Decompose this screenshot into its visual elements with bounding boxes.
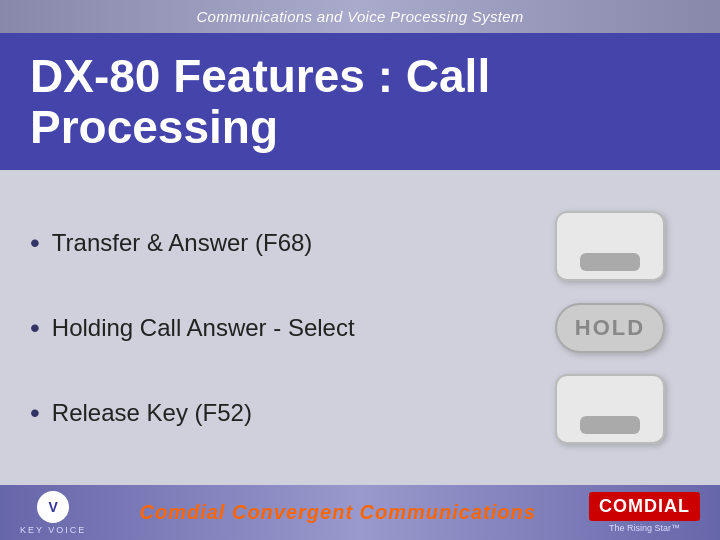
- bullet-text-1: Transfer & Answer (F68): [52, 229, 313, 257]
- hold-button-label: HOLD: [575, 315, 645, 341]
- bullet-text-2: Holding Call Answer - Select: [52, 314, 355, 342]
- phone-button-top: [555, 211, 665, 281]
- footer-center-text: Comdial Convergent Communications: [139, 501, 535, 523]
- bullet-item-1: • Transfer & Answer (F68): [30, 227, 530, 259]
- key-voice-icon: V: [37, 491, 69, 523]
- bullet-dot-3: •: [30, 397, 40, 429]
- comdial-logo-text: COMDIAL: [599, 496, 690, 516]
- bullet-item-3: • Release Key (F52): [30, 397, 530, 429]
- comdial-logo-box: COMDIAL: [589, 492, 700, 521]
- footer-right: COMDIAL The Rising Star™: [589, 492, 700, 533]
- footer-center: Comdial Convergent Communications: [139, 501, 535, 524]
- phone-button-tab-bottom: [580, 416, 640, 434]
- rising-star-text: The Rising Star™: [609, 523, 680, 533]
- header-title: Communications and Voice Processing Syst…: [196, 8, 523, 25]
- slide-container: Communications and Voice Processing Syst…: [0, 0, 720, 540]
- bullet-text-3: Release Key (F52): [52, 399, 252, 427]
- footer-bar: V KEY VOICE Comdial Convergent Communica…: [0, 485, 720, 540]
- bullet-dot-2: •: [30, 312, 40, 344]
- bullet-item-2: • Holding Call Answer - Select: [30, 312, 530, 344]
- key-voice-text: KEY VOICE: [20, 525, 86, 535]
- phone-illustrations: HOLD: [530, 190, 690, 465]
- bullet-list: • Transfer & Answer (F68) • Holding Call…: [30, 190, 530, 465]
- phone-button-tab-top: [580, 253, 640, 271]
- content-area: • Transfer & Answer (F68) • Holding Call…: [0, 170, 720, 485]
- hold-button: HOLD: [555, 303, 665, 353]
- bullet-dot-1: •: [30, 227, 40, 259]
- footer-left: V KEY VOICE: [20, 491, 86, 535]
- title-section: DX-80 Features : Call Processing: [0, 33, 720, 170]
- top-bar: Communications and Voice Processing Syst…: [0, 0, 720, 33]
- phone-button-bottom: [555, 374, 665, 444]
- key-voice-logo: V KEY VOICE: [20, 491, 86, 535]
- page-title: DX-80 Features : Call Processing: [30, 51, 690, 152]
